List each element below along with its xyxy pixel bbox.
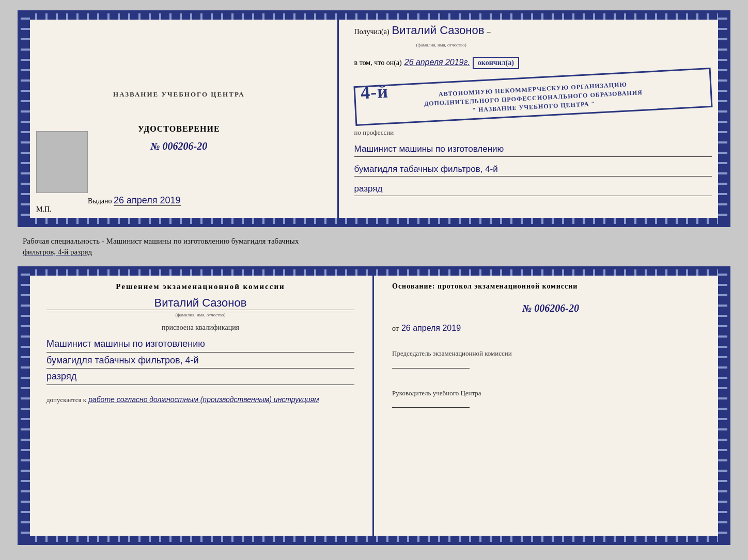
recipient-name: Виталий Сазонов (392, 24, 485, 37)
okonchil: окончил(а) (473, 57, 519, 69)
udost-title: УДОСТОВЕРЕНИЕ (138, 124, 220, 134)
udost-number: № 006206-20 (150, 140, 207, 152)
vydano-line: Выдано 26 апреля 2019 (88, 195, 181, 206)
ot-date: 26 апреля 2019 (401, 324, 461, 333)
vtom-prefix: в том, что он(а) (354, 59, 402, 67)
poluchil-prefix: Получил(а) (354, 28, 389, 36)
bottom-right-border-deco (718, 269, 727, 542)
ot-prefix: от (392, 325, 399, 333)
stamp-box: 4-й АВТОНОМНУЮ НЕКОММЕРЧЕСКУЮ ОРГАНИЗАЦИ… (353, 68, 712, 126)
predsedatel-label: Председатель экзаменационной комиссии (392, 348, 709, 359)
bottom-fio-label: (фамилия, имя, отчество) (46, 312, 354, 317)
profession-line2: бумагидля табачных фильтров, 4-й (354, 162, 712, 177)
mp-label: М.П. (36, 205, 52, 214)
profession-line1: Машинист машины по изготовлению (354, 142, 712, 156)
cert-top-left: НАЗВАНИЕ УЧЕБНОГО ЦЕНТРА УДОСТОВЕРЕНИЕ №… (21, 13, 339, 224)
dopusk-prefix: допускается к (46, 396, 86, 404)
kvali-line3: разряд (46, 369, 354, 385)
poluchil-line: Получил(а) Виталий Сазонов – (354, 24, 712, 37)
cert-top-right: Получил(а) Виталий Сазонов – (фамилия, и… (339, 13, 727, 224)
cert-bottom-right: Основание: протокол экзаменационной коми… (374, 269, 727, 542)
top-certificate: НАЗВАНИЕ УЧЕБНОГО ЦЕНТРА УДОСТОВЕРЕНИЕ №… (18, 10, 730, 227)
kvali-line1: Машинист машины по изготовлению (46, 336, 354, 353)
left-border-deco (21, 13, 30, 224)
right-border-deco (718, 13, 727, 224)
osnovanie: Основание: протокол экзаменационной коми… (392, 282, 709, 291)
prisvoena: присвоена квалификация (46, 324, 354, 332)
profession-line3: разряд (354, 182, 712, 196)
school-name-label: НАЗВАНИЕ УЧЕБНОГО ЦЕНТРА (113, 90, 245, 99)
vydano-label: Выдано (88, 197, 112, 205)
cert-bottom-left: Решением экзаменационной комиссии Витали… (21, 269, 374, 542)
separator-text: Рабочая специальность - Машинист машины … (18, 233, 730, 260)
separator-main: Рабочая специальность - Машинист машины … (23, 237, 299, 245)
ot-line: от 26 апреля 2019 (392, 324, 709, 333)
separator-underline: фильтров, 4-й разряд (23, 248, 92, 256)
dash: – (487, 28, 490, 36)
bottom-name: Виталий Сазонов (46, 296, 354, 310)
dopuskaetsya-line: допускается к работе согласно должностны… (46, 395, 354, 404)
vtom-date: 26 апреля 2019г. (404, 58, 470, 67)
resheniem-title: Решением экзаменационной комиссии (46, 282, 354, 291)
po-professii: по профессии (354, 129, 712, 137)
photo-placeholder (36, 131, 88, 193)
fio-label-top: (фамилия, имя, отчество) (354, 42, 712, 47)
rukovoditel-label: Руководитель учебного Центра (392, 388, 709, 398)
bottom-left-border-deco (21, 269, 30, 542)
vydano-date: 26 апреля 2019 (114, 195, 181, 206)
dopusk-text: работе согласно должностным (производств… (88, 395, 319, 404)
rukovoditel-signature-line (392, 407, 470, 408)
predsedatel-signature-line (392, 368, 470, 369)
stamp-number: 4-й (360, 78, 388, 106)
kvali-line2: бумагидля табачных фильтров, 4-й (46, 353, 354, 369)
protocol-number: № 006206-20 (392, 302, 709, 314)
bottom-certificate: Решением экзаменационной комиссии Витали… (18, 266, 730, 545)
vtom-line: в том, что он(а) 26 апреля 2019г. окончи… (354, 57, 712, 69)
